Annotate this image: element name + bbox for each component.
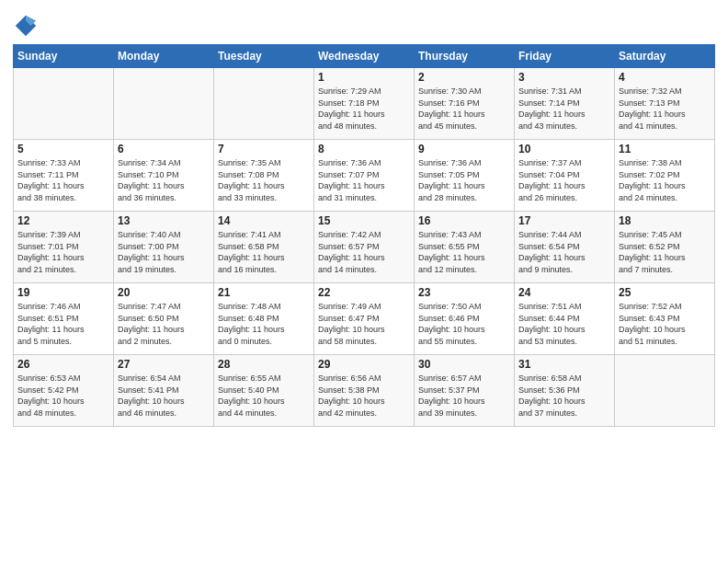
calendar-week-row: 12Sunrise: 7:39 AM Sunset: 7:01 PM Dayli…: [14, 212, 715, 283]
calendar-cell: 10Sunrise: 7:37 AM Sunset: 7:04 PM Dayli…: [515, 140, 615, 212]
day-number: 6: [118, 143, 210, 155]
day-info: Sunrise: 6:53 AM Sunset: 5:42 PM Dayligh…: [17, 373, 109, 419]
header: [13, 9, 715, 39]
calendar-day-header: Sunday: [14, 45, 114, 68]
calendar-cell: 19Sunrise: 7:46 AM Sunset: 6:51 PM Dayli…: [14, 283, 114, 355]
calendar-week-row: 1Sunrise: 7:29 AM Sunset: 7:18 PM Daylig…: [14, 68, 715, 140]
day-number: 10: [518, 143, 610, 155]
logo-icon: [13, 13, 39, 39]
calendar-cell: [214, 68, 314, 140]
day-info: Sunrise: 7:45 AM Sunset: 6:52 PM Dayligh…: [619, 229, 711, 275]
day-info: Sunrise: 7:48 AM Sunset: 6:48 PM Dayligh…: [218, 301, 310, 347]
calendar-cell: 13Sunrise: 7:40 AM Sunset: 7:00 PM Dayli…: [114, 212, 214, 283]
day-info: Sunrise: 6:58 AM Sunset: 5:36 PM Dayligh…: [518, 373, 610, 419]
calendar-cell: 23Sunrise: 7:50 AM Sunset: 6:46 PM Dayli…: [415, 283, 515, 355]
day-number: 16: [418, 214, 510, 227]
calendar-week-row: 19Sunrise: 7:46 AM Sunset: 6:51 PM Dayli…: [14, 283, 715, 355]
day-number: 20: [118, 286, 210, 299]
calendar-cell: 14Sunrise: 7:41 AM Sunset: 6:58 PM Dayli…: [214, 212, 314, 283]
calendar-cell: 3Sunrise: 7:31 AM Sunset: 7:14 PM Daylig…: [515, 68, 615, 140]
calendar-cell: 25Sunrise: 7:52 AM Sunset: 6:43 PM Dayli…: [615, 283, 715, 355]
calendar-day-header: Thursday: [415, 45, 515, 68]
calendar-day-header: Wednesday: [314, 45, 415, 68]
day-number: 1: [318, 71, 410, 84]
day-info: Sunrise: 7:50 AM Sunset: 6:46 PM Dayligh…: [418, 301, 510, 347]
day-number: 15: [318, 214, 410, 227]
day-number: 25: [619, 286, 711, 299]
calendar-cell: 24Sunrise: 7:51 AM Sunset: 6:44 PM Dayli…: [515, 283, 615, 355]
day-info: Sunrise: 7:42 AM Sunset: 6:57 PM Dayligh…: [318, 229, 410, 275]
day-info: Sunrise: 6:54 AM Sunset: 5:41 PM Dayligh…: [118, 373, 210, 419]
calendar-cell: 16Sunrise: 7:43 AM Sunset: 6:55 PM Dayli…: [415, 212, 515, 283]
calendar-cell: [114, 68, 214, 140]
day-info: Sunrise: 7:44 AM Sunset: 6:54 PM Dayligh…: [518, 229, 610, 275]
day-number: 5: [17, 143, 109, 155]
day-number: 8: [318, 143, 410, 155]
day-number: 30: [418, 358, 510, 371]
day-number: 21: [218, 286, 310, 299]
calendar-body: 1Sunrise: 7:29 AM Sunset: 7:18 PM Daylig…: [14, 68, 715, 427]
logo: [13, 13, 42, 39]
calendar-week-row: 5Sunrise: 7:33 AM Sunset: 7:11 PM Daylig…: [14, 140, 715, 212]
day-info: Sunrise: 7:46 AM Sunset: 6:51 PM Dayligh…: [17, 301, 109, 347]
calendar-cell: 30Sunrise: 6:57 AM Sunset: 5:37 PM Dayli…: [415, 355, 515, 427]
day-info: Sunrise: 7:34 AM Sunset: 7:10 PM Dayligh…: [118, 157, 210, 203]
day-number: 14: [218, 214, 310, 227]
calendar-day-header: Monday: [114, 45, 214, 68]
day-number: 23: [418, 286, 510, 299]
calendar-cell: 6Sunrise: 7:34 AM Sunset: 7:10 PM Daylig…: [114, 140, 214, 212]
day-number: 28: [218, 358, 310, 371]
calendar-cell: 15Sunrise: 7:42 AM Sunset: 6:57 PM Dayli…: [314, 212, 415, 283]
day-info: Sunrise: 7:35 AM Sunset: 7:08 PM Dayligh…: [218, 157, 310, 203]
day-info: Sunrise: 6:56 AM Sunset: 5:38 PM Dayligh…: [318, 373, 410, 419]
day-info: Sunrise: 7:41 AM Sunset: 6:58 PM Dayligh…: [218, 229, 310, 275]
day-info: Sunrise: 7:47 AM Sunset: 6:50 PM Dayligh…: [118, 301, 210, 347]
day-number: 18: [619, 214, 711, 227]
calendar-day-header: Tuesday: [214, 45, 314, 68]
day-info: Sunrise: 7:32 AM Sunset: 7:13 PM Dayligh…: [619, 86, 711, 132]
calendar-cell: [14, 68, 114, 140]
day-info: Sunrise: 7:39 AM Sunset: 7:01 PM Dayligh…: [17, 229, 109, 275]
day-info: Sunrise: 7:38 AM Sunset: 7:02 PM Dayligh…: [619, 157, 711, 203]
calendar-cell: 1Sunrise: 7:29 AM Sunset: 7:18 PM Daylig…: [314, 68, 415, 140]
day-number: 4: [619, 71, 711, 84]
day-info: Sunrise: 7:52 AM Sunset: 6:43 PM Dayligh…: [619, 301, 711, 347]
day-info: Sunrise: 7:37 AM Sunset: 7:04 PM Dayligh…: [518, 157, 610, 203]
calendar-day-header: Saturday: [615, 45, 715, 68]
day-info: Sunrise: 7:51 AM Sunset: 6:44 PM Dayligh…: [518, 301, 610, 347]
calendar-cell: 17Sunrise: 7:44 AM Sunset: 6:54 PM Dayli…: [515, 212, 615, 283]
day-info: Sunrise: 7:33 AM Sunset: 7:11 PM Dayligh…: [17, 157, 109, 203]
page-container: SundayMondayTuesdayWednesdayThursdayFrid…: [0, 0, 728, 436]
calendar-cell: 27Sunrise: 6:54 AM Sunset: 5:41 PM Dayli…: [114, 355, 214, 427]
calendar-cell: 11Sunrise: 7:38 AM Sunset: 7:02 PM Dayli…: [615, 140, 715, 212]
day-number: 27: [118, 358, 210, 371]
calendar-cell: 8Sunrise: 7:36 AM Sunset: 7:07 PM Daylig…: [314, 140, 415, 212]
day-number: 29: [318, 358, 410, 371]
calendar-cell: 31Sunrise: 6:58 AM Sunset: 5:36 PM Dayli…: [515, 355, 615, 427]
day-info: Sunrise: 7:29 AM Sunset: 7:18 PM Dayligh…: [318, 86, 410, 132]
calendar-cell: 5Sunrise: 7:33 AM Sunset: 7:11 PM Daylig…: [14, 140, 114, 212]
day-number: 7: [218, 143, 310, 155]
day-info: Sunrise: 7:36 AM Sunset: 7:07 PM Dayligh…: [318, 157, 410, 203]
calendar-cell: 9Sunrise: 7:36 AM Sunset: 7:05 PM Daylig…: [415, 140, 515, 212]
day-number: 22: [318, 286, 410, 299]
calendar-cell: 22Sunrise: 7:49 AM Sunset: 6:47 PM Dayli…: [314, 283, 415, 355]
day-number: 17: [518, 214, 610, 227]
calendar-cell: 20Sunrise: 7:47 AM Sunset: 6:50 PM Dayli…: [114, 283, 214, 355]
day-number: 19: [17, 286, 109, 299]
day-number: 13: [118, 214, 210, 227]
calendar-day-header: Friday: [515, 45, 615, 68]
calendar-cell: 2Sunrise: 7:30 AM Sunset: 7:16 PM Daylig…: [415, 68, 515, 140]
calendar-week-row: 26Sunrise: 6:53 AM Sunset: 5:42 PM Dayli…: [14, 355, 715, 427]
calendar-cell: 4Sunrise: 7:32 AM Sunset: 7:13 PM Daylig…: [615, 68, 715, 140]
calendar-cell: 21Sunrise: 7:48 AM Sunset: 6:48 PM Dayli…: [214, 283, 314, 355]
day-info: Sunrise: 7:31 AM Sunset: 7:14 PM Dayligh…: [518, 86, 610, 132]
day-number: 3: [518, 71, 610, 84]
calendar-cell: 29Sunrise: 6:56 AM Sunset: 5:38 PM Dayli…: [314, 355, 415, 427]
day-number: 24: [518, 286, 610, 299]
day-number: 26: [17, 358, 109, 371]
calendar-cell: 28Sunrise: 6:55 AM Sunset: 5:40 PM Dayli…: [214, 355, 314, 427]
day-number: 9: [418, 143, 510, 155]
calendar-table: SundayMondayTuesdayWednesdayThursdayFrid…: [13, 44, 715, 427]
day-info: Sunrise: 7:43 AM Sunset: 6:55 PM Dayligh…: [418, 229, 510, 275]
